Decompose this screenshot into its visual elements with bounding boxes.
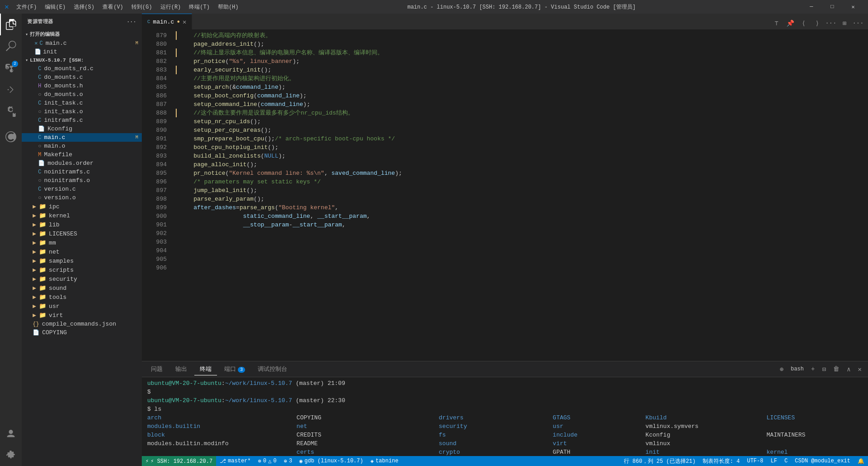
status-info[interactable]: ⊕ 3 (280, 456, 295, 466)
debugger-icon: ◉ (299, 458, 303, 465)
new-terminal-button[interactable]: ⊕ (777, 365, 786, 374)
file-makefile[interactable]: M Makefile (22, 150, 142, 159)
file-version-o[interactable]: ○ version.o (22, 193, 142, 202)
title-bar: ✕ 文件(F) 编辑(E) 选择(S) 查看(V) 转到(G) 运行(R) 终端… (0, 0, 868, 14)
file-version-c[interactable]: C version.c (22, 185, 142, 193)
run-debug-icon[interactable] (0, 79, 22, 101)
folder-tools[interactable]: ▶ 📁 tools (22, 293, 142, 302)
ls-item-drivers: drivers (439, 413, 542, 422)
code-line-904: after_dashes = parse_args("Booting kerne… (176, 203, 868, 212)
status-line-ending[interactable]: LF (767, 456, 781, 466)
status-language[interactable]: C (781, 456, 791, 466)
file-main-o[interactable]: ○ main.o (22, 142, 142, 150)
status-errors[interactable]: ⊗ 0 △ 0 (255, 456, 280, 466)
extensions-icon[interactable] (0, 101, 22, 122)
back-button[interactable]: ⟩ (811, 17, 824, 29)
status-notification[interactable]: 🔔 (854, 456, 868, 466)
file-copying[interactable]: 📄 COPYING (22, 328, 142, 337)
file-do-mounts-o[interactable]: ○ do_mounts.o (22, 90, 142, 99)
breadcrumb-button[interactable]: ⟨ (797, 17, 810, 29)
open-editor-init[interactable]: 📄 init (22, 48, 142, 56)
trash-terminal-button[interactable]: 🗑 (830, 365, 842, 374)
minimize-button[interactable]: ─ (801, 0, 822, 14)
remote-explorer-icon[interactable] (0, 126, 22, 148)
split-editor-button[interactable]: ⊤ (770, 17, 783, 29)
source-control-icon[interactable]: 2 (0, 57, 22, 79)
folder-scripts[interactable]: ▶ 📁 scripts (22, 265, 142, 274)
accounts-icon[interactable] (0, 423, 22, 444)
explorer-header[interactable]: ▾ LINUX-5.10.7 [SSH: (22, 56, 142, 64)
status-spaces[interactable]: 制表符长度: 4 (699, 456, 743, 466)
menu-goto[interactable]: 转到(G) (128, 2, 156, 12)
term-time: 21:09 (328, 380, 345, 387)
maximize-button[interactable]: □ (822, 0, 843, 14)
status-debugger[interactable]: ◉ gdb (linux-5.10.7) (296, 456, 367, 466)
menu-terminal[interactable]: 终端(T) (185, 2, 213, 12)
maximize-terminal-button[interactable]: ∧ (844, 365, 853, 374)
code-area[interactable]: //初始化高端内存的映射表。 page_address_init(); //终端… (167, 29, 868, 361)
menu-help[interactable]: 帮助(H) (214, 2, 242, 12)
terminal-ls-output: arch COPYING drivers GTAGS Kbuild LICENS… (147, 413, 863, 456)
tab-main-c[interactable]: C main.c ● ✕ (142, 14, 192, 29)
add-terminal-button[interactable]: + (808, 365, 817, 374)
file-init-task-c[interactable]: C init_task.c (22, 99, 142, 107)
folder-mm[interactable]: ▶ 📁 mm (22, 238, 142, 247)
menu-edit[interactable]: 编辑(E) (41, 2, 69, 12)
c-icon: C (38, 66, 41, 72)
folder-licenses[interactable]: ▶ 📁 LICENSES (22, 229, 142, 238)
sidebar-content[interactable]: ▾ 打开的编辑器 ✕ C main.c M 📄 init ▾ LINUX-5.1… (22, 29, 142, 466)
status-encoding[interactable]: UTF-8 (743, 456, 767, 466)
file-kconfig[interactable]: 📄 Kconfig (22, 125, 142, 133)
file-compile-commands[interactable]: {} compile_commands.json (22, 320, 142, 328)
status-ssh[interactable]: ⚡ ⚡ SSH: 192.168.20.7 (142, 456, 216, 466)
file-do-mounts-h[interactable]: H do_mounts.h (22, 82, 142, 90)
folder-net[interactable]: ▶ 📁 net (22, 247, 142, 256)
close-icon[interactable]: ✕ (34, 40, 38, 47)
file-noinitramfs-c[interactable]: C noinitramfs.c (22, 168, 142, 176)
split-terminal-button[interactable]: ⊟ (820, 365, 829, 374)
folder-ipc[interactable]: ▶ 📁 ipc (22, 202, 142, 211)
settings-icon[interactable] (0, 444, 22, 466)
file-modules-order[interactable]: 📄 modules.order (22, 159, 142, 168)
tab-ports[interactable]: 端口3 (219, 363, 251, 375)
file-init-task-o[interactable]: ○ init_task.o (22, 107, 142, 116)
menu-view[interactable]: 查看(V) (99, 2, 127, 12)
terminal-line-1: ubuntu@VM-20-7-ubuntu:~/work/linux-5.10.… (147, 379, 863, 388)
menu-file[interactable]: 文件(F) (13, 2, 41, 12)
tab-close-button[interactable]: ✕ (183, 18, 186, 26)
file-main-c[interactable]: C main.c M (22, 133, 142, 142)
folder-security[interactable]: ▶ 📁 security (22, 274, 142, 283)
file-noinitramfs-o[interactable]: ○ noinitramfs.o (22, 176, 142, 185)
more-actions-button[interactable]: ··· (825, 17, 837, 29)
layout-button[interactable]: ⊞ (838, 17, 851, 29)
open-editor-main-c[interactable]: ✕ C main.c M (22, 39, 142, 48)
editor-content[interactable]: 879 880 881 882 883 884 885 886 887 888 … (142, 29, 868, 361)
tab-problems[interactable]: 问题 (145, 363, 168, 375)
terminal-content[interactable]: ubuntu@VM-20-7-ubuntu:~/work/linux-5.10.… (142, 377, 868, 456)
file-do-mounts-c[interactable]: C do_mounts.c (22, 73, 142, 82)
close-button[interactable]: ✕ (843, 0, 863, 14)
search-icon[interactable] (0, 35, 22, 57)
menu-run[interactable]: 运行(R) (157, 2, 185, 12)
status-branch[interactable]: ⎇ master* (216, 456, 254, 466)
open-editors-header[interactable]: ▾ 打开的编辑器 (22, 29, 142, 39)
pin-button[interactable]: 📌 (784, 17, 796, 29)
sidebar-more-button[interactable]: ··· (127, 19, 136, 24)
folder-kernel[interactable]: ▶ 📁 kernel (22, 211, 142, 220)
status-position[interactable]: 行 860，列 25 (已选择21) (620, 456, 699, 466)
folder-usr[interactable]: ▶ 📁 usr (22, 302, 142, 311)
folder-sound[interactable]: ▶ 📁 sound (22, 283, 142, 293)
folder-virt[interactable]: ▶ 📁 virt (22, 311, 142, 320)
file-do-mounts-rd-c[interactable]: C do_mounts_rd.c (22, 64, 142, 73)
status-extension[interactable]: ◈ tabnine (367, 456, 402, 466)
folder-samples[interactable]: ▶ 📁 samples (22, 256, 142, 265)
menu-select[interactable]: 选择(S) (70, 2, 98, 12)
tab-debug-console[interactable]: 调试控制台 (252, 363, 293, 375)
files-icon[interactable] (0, 14, 22, 35)
more-button[interactable]: ··· (852, 17, 864, 29)
folder-lib[interactable]: ▶ 📁 lib (22, 220, 142, 229)
file-initramfs-c[interactable]: C initramfs.c (22, 116, 142, 125)
tab-output[interactable]: 输出 (170, 363, 193, 375)
close-terminal-button[interactable]: ✕ (855, 365, 864, 374)
tab-terminal[interactable]: 终端 (194, 363, 217, 375)
